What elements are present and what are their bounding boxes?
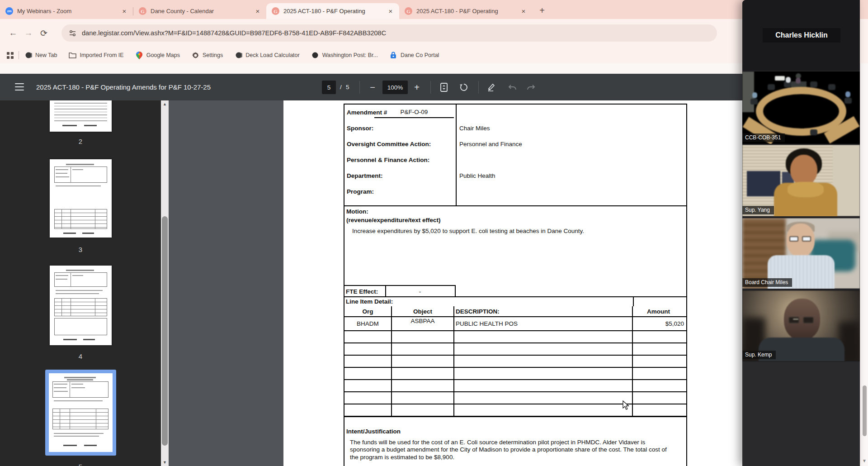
zoom-level-input[interactable]: 100% — [382, 81, 408, 94]
bookmark-google-maps[interactable]: Google Maps — [136, 52, 180, 59]
fte-effect-box: FTE Effect: - — [344, 285, 456, 297]
lock-icon — [390, 52, 397, 59]
fit-page-icon[interactable] — [437, 80, 451, 95]
cell-object: ASBPAA — [392, 317, 454, 330]
legistar-favicon-icon: G — [405, 7, 412, 15]
field-label: Personnel & Finance Action: — [347, 157, 429, 163]
sidebar-scrollbar[interactable]: ▲ ▼ — [161, 100, 169, 466]
speaker-name: Charles Hicklin — [775, 31, 828, 39]
pdf-viewer: 2 3 — [0, 100, 868, 466]
tab-close-icon[interactable]: × — [254, 7, 262, 15]
tab-dane-county-calendar[interactable]: G Dane County - Calendar × — [133, 3, 266, 19]
tab-bar: zm My Webinars - Zoom × G Dane County - … — [0, 0, 868, 19]
bookmarks-bar: New Tab Imported From IE Google Maps Set… — [0, 47, 868, 63]
back-icon[interactable]: ← — [5, 25, 21, 41]
video-tile-board-chair-miles[interactable]: Board Chair Miles — [742, 218, 860, 289]
bookmark-imported-from-ie[interactable]: Imported From IE — [69, 52, 123, 59]
mouse-pointer-icon — [623, 400, 629, 412]
zoom-out-button[interactable]: − — [365, 80, 380, 95]
rotate-icon[interactable] — [457, 80, 471, 95]
page-separator: / — [340, 84, 342, 90]
header-org: Org — [344, 306, 392, 316]
table-row — [344, 391, 686, 404]
field-label: Sponsor: — [347, 125, 373, 132]
zoom-in-button[interactable]: + — [410, 80, 424, 95]
redo-icon[interactable] — [524, 80, 538, 95]
thumbnail-page-5-selected[interactable] — [45, 370, 116, 456]
browser-scrollbar[interactable]: ▼ — [860, 63, 868, 466]
tab-close-icon[interactable]: × — [519, 7, 528, 15]
folder-icon — [69, 52, 76, 59]
intent-section: Intent/Justification The funds will be u… — [344, 416, 686, 466]
apps-grid-icon[interactable] — [6, 52, 14, 59]
browser-scroll-down-icon[interactable]: ▼ — [860, 458, 868, 463]
tab-act-180-active[interactable]: G 2025 ACT-180 - P&F Operating × — [266, 3, 399, 19]
tab-close-icon[interactable]: × — [120, 7, 128, 15]
sidebar-scrollbar-thumb[interactable] — [162, 216, 168, 446]
video-tile-sup-yang[interactable]: Sup. Yang — [742, 145, 860, 216]
thumbnail-page-2[interactable] — [50, 100, 112, 132]
menu-icon[interactable] — [15, 83, 24, 90]
thumbnail-page-number: 5 — [0, 463, 161, 466]
line-item-caption: Line Item Detail: — [346, 298, 393, 305]
zoom-panel-empty-area — [742, 362, 860, 466]
motion-section: Motion: (revenue/expenditure/text effect… — [344, 205, 686, 296]
header-description: DESCRIPTION: — [454, 306, 633, 316]
site-info-icon[interactable] — [69, 29, 76, 37]
page-number-input[interactable]: 5 — [322, 81, 336, 94]
globe-icon — [235, 52, 242, 59]
table-row — [344, 404, 686, 416]
video-tile-sup-kemp[interactable]: Sup. Kemp — [742, 290, 860, 361]
video-tile-ccb-cob-351[interactable]: CCB-COB-351 — [742, 71, 860, 144]
bookmark-washington-post[interactable]: Washington Post: Br... — [311, 52, 378, 59]
motion-label: Motion: — [346, 208, 368, 215]
reload-icon[interactable]: ⟳ — [36, 25, 52, 41]
pdf-toolbar: 2025 ACT-180 - P&F Operating Amends for … — [0, 74, 868, 100]
annotate-pen-icon[interactable] — [485, 80, 499, 95]
bookmark-dane-co-portal[interactable]: Dane Co Portal — [390, 52, 439, 59]
toolbar-separator — [359, 81, 360, 94]
field-value: Public Health — [459, 172, 495, 179]
bookmark-new-tab[interactable]: New Tab — [24, 52, 57, 59]
thumbnail-page-4[interactable] — [50, 266, 112, 345]
table-row — [344, 379, 686, 391]
scroll-down-icon[interactable]: ▼ — [161, 459, 169, 466]
motion-text: Increase expenditures by $5,020 to suppo… — [352, 228, 677, 234]
active-speaker-tile[interactable]: Charles Hicklin — [742, 0, 860, 71]
video-art — [742, 71, 860, 144]
thumbnail-sidebar: 2 3 — [0, 100, 169, 466]
gear-icon — [192, 52, 199, 59]
table-header-row: Org Object DESCRIPTION: Amount — [344, 306, 686, 316]
thumbnail-page-number: 2 — [0, 138, 161, 145]
tab-close-icon[interactable]: × — [387, 7, 395, 15]
table-row — [344, 342, 686, 355]
bookmark-settings[interactable]: Settings — [192, 52, 223, 59]
tab-title: 2025 ACT-180 - P&F Operating — [416, 8, 519, 14]
legistar-favicon-icon: G — [139, 7, 146, 15]
tab-act-180-duplicate[interactable]: G 2025 ACT-180 - P&F Operating × — [399, 3, 532, 19]
cell-description: PUBLIC HEALTH POS — [454, 317, 633, 330]
undo-icon[interactable] — [505, 80, 520, 95]
cell-amount: $5,020 — [633, 317, 686, 330]
tab-title: Dane County - Calendar — [151, 8, 254, 14]
participant-name-label: Sup. Yang — [742, 206, 774, 214]
toolbar-separator — [430, 81, 431, 94]
table-row — [344, 330, 686, 342]
table-row — [344, 355, 686, 367]
address-bar[interactable]: dane.legistar.com/View.ashx?M=F&ID=14887… — [61, 24, 717, 42]
globe-icon — [24, 52, 32, 59]
field-value: Chair Miles — [459, 125, 490, 132]
new-tab-button[interactable]: + — [536, 5, 548, 17]
browser-scrollbar-thumb[interactable] — [863, 385, 867, 436]
thumbnail-page-3[interactable] — [50, 159, 112, 238]
bookmark-deck-load-calculator[interactable]: Deck Load Calculator — [235, 52, 300, 59]
fte-label: FTE Effect: — [346, 288, 378, 295]
maps-pin-icon — [136, 52, 143, 59]
participant-name-label: Sup. Kemp — [742, 351, 776, 359]
tab-my-webinars[interactable]: zm My Webinars - Zoom × — [0, 3, 133, 19]
amendment-number-value: P&F-O-09 — [374, 109, 454, 118]
form-header-section: Amendment # P&F-O-09 Sponsor: Chair Mile… — [344, 105, 686, 205]
scroll-up-icon[interactable]: ▲ — [161, 100, 169, 108]
thumbnail-page-number: 4 — [0, 352, 161, 360]
forward-icon[interactable]: → — [21, 25, 36, 41]
